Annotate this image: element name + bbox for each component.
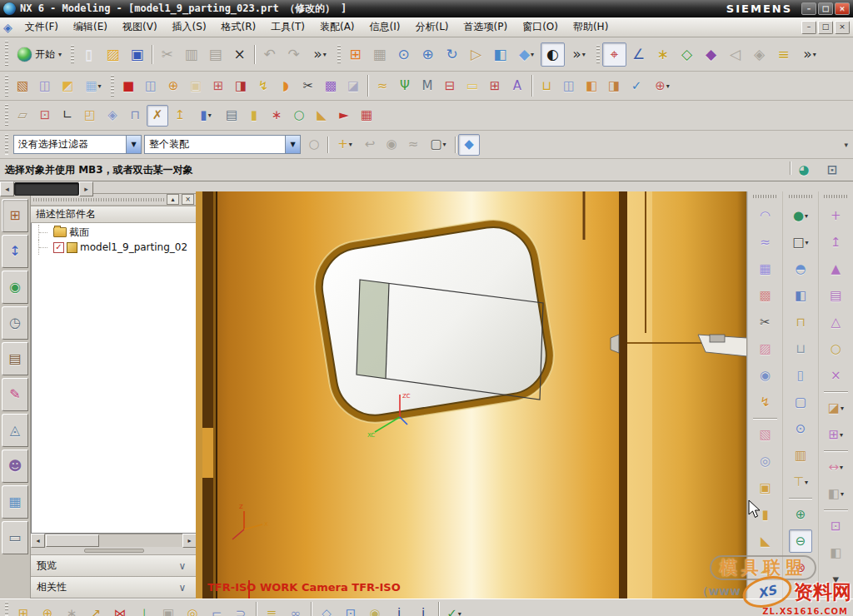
part-box-button[interactable]: ◧ [581, 75, 602, 97]
selection-bar-overflow[interactable]: ▾ [844, 141, 848, 149]
layout-button[interactable]: ⊞ [343, 42, 367, 67]
tab-history[interactable]: ◷ [2, 306, 28, 340]
chain-info-button[interactable]: i [412, 603, 435, 616]
chevron-down-icon[interactable]: ∨ [174, 582, 191, 594]
deformable-part-button[interactable]: ◉ [363, 603, 387, 616]
wave-geometry-button[interactable]: ⊡ [339, 603, 362, 616]
design-target-button[interactable]: ⊕ [648, 75, 676, 97]
slide-core-button[interactable]: ◪ [342, 75, 364, 97]
toolbar-grip[interactable] [5, 134, 8, 155]
mold-csys-button[interactable]: ◫ [140, 75, 162, 97]
cavity-blocks-button[interactable]: ⊞ [484, 75, 506, 97]
flag-check-button[interactable]: ► [333, 105, 355, 127]
patch-surface-button[interactable]: ◎ [754, 450, 777, 473]
dependencies-section-bar[interactable]: 相关性 ∨ [31, 576, 197, 598]
perspective-button[interactable]: ◧ [488, 42, 512, 67]
wedge-piece-button[interactable]: ◢ [754, 556, 777, 579]
menu-file[interactable]: 文件(F) [17, 17, 66, 37]
toolbar-grip[interactable] [5, 104, 8, 127]
menu-edit[interactable]: 编辑(E) [66, 17, 115, 37]
document-close-button[interactable]: × [835, 21, 850, 34]
snap-endpoint-button[interactable]: ◇ [675, 42, 699, 67]
table-feature-button[interactable]: ⊤ [786, 470, 816, 494]
tab-roles[interactable]: ☻ [2, 450, 28, 483]
hole-box-button[interactable]: ⊙ [789, 417, 812, 440]
toolbar-grip[interactable] [71, 45, 74, 64]
slider-track[interactable] [14, 182, 79, 196]
sequence-button[interactable]: ≡ [260, 603, 283, 616]
corner-piece-button[interactable]: ◣ [754, 529, 777, 553]
chevron-down-icon[interactable]: ∨ [174, 560, 191, 572]
dome-feature-button[interactable]: ◓ [789, 257, 812, 281]
status-window-icon[interactable]: ⊡ [821, 159, 843, 181]
navigator-drag-handle[interactable]: ▴ × [31, 194, 197, 206]
titlebar-close-button[interactable]: × [835, 2, 850, 15]
rotate-view-button[interactable]: ↻ [440, 42, 464, 67]
slider-right-button[interactable]: ▸ [79, 181, 93, 196]
pocket-button[interactable]: ▭ [461, 75, 483, 97]
selection-scope-dropdown[interactable]: 整个装配 ▼ [144, 135, 301, 154]
ring-component-button[interactable]: ◎ [181, 603, 204, 616]
toolbar-grip[interactable] [111, 75, 114, 97]
cavity-block-button[interactable]: ◧ [789, 284, 812, 307]
wcs-orient-button[interactable]: ∟ [57, 105, 78, 127]
trim-body-button[interactable]: ◫ [34, 75, 56, 97]
surface-mesh-button[interactable]: ▦ [79, 75, 107, 97]
tab-constraint-navigator[interactable]: ↕ [2, 235, 28, 268]
ball-pin-button[interactable]: ○ [288, 105, 310, 127]
verify-assembly-button[interactable]: ✓ [442, 603, 466, 616]
surface-inspect-button[interactable]: ◉ [754, 364, 777, 387]
export-document-button[interactable]: ▱ [12, 105, 33, 127]
slider-left-button[interactable]: ◂ [0, 181, 14, 196]
assembly-tree-button[interactable]: ∗ [266, 105, 287, 127]
model-checkbox[interactable]: ✓ [53, 242, 64, 253]
titlebar-minimize-button[interactable]: – [801, 2, 816, 15]
menu-assemblies[interactable]: 装配(A) [312, 17, 362, 37]
rounded-box-button[interactable]: ▢ [789, 390, 812, 414]
navigator-collapse-button[interactable]: ▴ [167, 194, 179, 205]
edit-parting-button[interactable]: ✂ [297, 75, 319, 97]
document-minimize-button[interactable]: – [801, 21, 816, 34]
solid-body-filter-button[interactable]: ◆ [458, 134, 480, 156]
shaded-style-button[interactable]: ◆ [512, 42, 541, 67]
navigator-column-header[interactable]: 描述性部件名 [31, 206, 197, 223]
navigator-horizontal-scrollbar[interactable]: ◂ ▸ [31, 534, 197, 547]
injection-mold-tools-button[interactable]: ↯ [252, 75, 274, 97]
spring-component-button[interactable]: Ψ [394, 75, 416, 97]
toolbar-grip[interactable] [596, 45, 600, 64]
snap-point-button[interactable]: ∗ [651, 42, 675, 67]
orient-csys-button[interactable]: ∠ [626, 42, 651, 67]
tree-item-model[interactable]: ✓ model1_9_parting_02 [32, 240, 196, 255]
menu-help[interactable]: 帮助(H) [566, 17, 616, 37]
mold-stack-button[interactable]: ≈ [372, 75, 393, 97]
tab-assembly-navigator[interactable]: ⊞ [2, 199, 28, 232]
striped-box-button[interactable]: ▥ [789, 444, 812, 467]
assembly-constraints-button[interactable]: ⋈ [108, 603, 132, 616]
region-remove-button[interactable]: ⊗ [789, 556, 812, 579]
insert-direction-button[interactable]: ⊟ [439, 75, 461, 97]
menu-analysis[interactable]: 分析(L) [407, 17, 456, 37]
navigator-close-button[interactable]: × [182, 194, 194, 205]
ribbed-surface-button[interactable]: ≈ [754, 231, 777, 254]
workpiece-button[interactable]: ▣ [185, 75, 207, 97]
define-region-button[interactable]: ● [786, 204, 816, 227]
add-selection-button[interactable]: + [331, 134, 359, 156]
slide-tool-button[interactable]: ◣ [311, 105, 332, 127]
sheet-mesh-button[interactable]: ▧ [754, 423, 777, 446]
sketch-region-button[interactable]: ▧ [12, 75, 33, 97]
pan-view-button[interactable]: ▷ [464, 42, 488, 67]
toolbar-grip[interactable] [337, 45, 341, 64]
pattern-stamp-button[interactable]: ▩ [320, 75, 342, 97]
initialize-project-button[interactable]: ■ [117, 75, 139, 97]
shrinkage-button[interactable]: ⊕ [162, 75, 184, 97]
menu-insert[interactable]: 插入(S) [165, 17, 214, 37]
validate-mold-button[interactable]: ✓ [626, 75, 647, 97]
scroll-right-button[interactable]: ▸ [182, 534, 197, 548]
standard-part-button[interactable]: ▮ [192, 105, 220, 127]
wrench-tool-button[interactable]: ⌐ [205, 603, 228, 616]
panel-resize-handle[interactable] [31, 547, 197, 554]
document-restore-button[interactable]: □ [818, 21, 833, 34]
menu-information[interactable]: 信息(I) [362, 17, 408, 37]
chevron-down-icon[interactable]: ▼ [285, 136, 300, 153]
zoom-button[interactable]: ⊕ [416, 42, 440, 67]
